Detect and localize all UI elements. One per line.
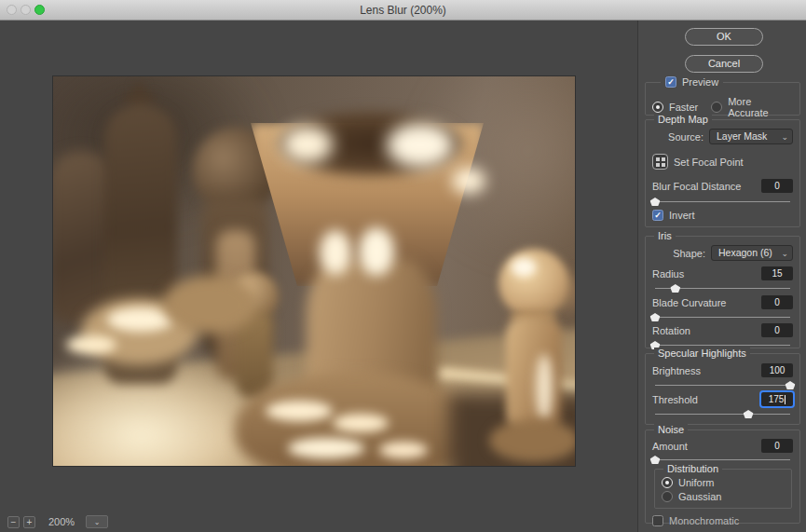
- distribution-title: Distribution: [663, 463, 722, 474]
- zoom-out-button[interactable]: −: [7, 516, 20, 528]
- shape-rook-rim-highlight2: [387, 123, 454, 168]
- preview-group: ✓ Preview Faster More Accurate: [645, 82, 800, 116]
- chevron-down-icon: ⌄: [781, 247, 788, 261]
- blur-focal-distance-slider[interactable]: [655, 198, 790, 206]
- blade-curvature-row: Blade Curvature 0: [652, 295, 793, 309]
- lens-blur-dialog: Lens Blur (200%): [0, 0, 806, 532]
- specular-highlights-group: Specular Highlights Brightness 100 Thres…: [645, 353, 800, 425]
- amount-label: Amount: [652, 441, 688, 452]
- preview-image[interactable]: [53, 76, 575, 466]
- set-focal-point-button[interactable]: Set Focal Point: [652, 154, 793, 170]
- noise-group: Noise Amount 0 Distribution Uniform: [645, 430, 800, 524]
- zoom-in-button[interactable]: +: [23, 516, 35, 528]
- depth-map-title: Depth Map: [654, 114, 712, 125]
- radius-slider[interactable]: [655, 284, 790, 293]
- rotation-label: Rotation: [652, 325, 690, 336]
- radius-label: Radius: [652, 268, 684, 280]
- amount-row: Amount 0: [652, 439, 793, 453]
- zoom-level: 200%: [48, 516, 75, 527]
- source-row: Source: Layer Mask ⌄: [652, 129, 793, 144]
- shape-select[interactable]: Hexagon (6) ⌄: [711, 245, 793, 261]
- shape-stem-highlight1: [320, 230, 351, 275]
- slider-thumb[interactable]: [650, 456, 661, 464]
- zoom-controls: − + 200% ⌄: [7, 515, 108, 528]
- shape-piece-base-left2: [163, 276, 256, 334]
- preview-label: Preview: [682, 76, 718, 88]
- shape-right-pawn-specular: [512, 258, 536, 277]
- slider-thumb[interactable]: [744, 410, 754, 418]
- monochromatic-row: ✓ Monochromatic: [652, 515, 793, 526]
- shape-right-pawn-head: [499, 249, 569, 318]
- threshold-label: Threshold: [652, 394, 698, 405]
- depth-map-group: Depth Map Source: Layer Mask ⌄ Set Focal…: [645, 119, 800, 227]
- gaussian-radio[interactable]: [662, 491, 673, 502]
- slider-thumb[interactable]: [650, 313, 661, 321]
- uniform-radio[interactable]: [662, 477, 673, 488]
- more-accurate-radio[interactable]: [711, 102, 722, 113]
- uniform-row: Uniform: [662, 477, 785, 488]
- noise-title: Noise: [654, 424, 688, 435]
- brightness-slider[interactable]: [655, 381, 790, 389]
- shape-base-streak1: [266, 401, 333, 421]
- blur-focal-distance-value[interactable]: 0: [761, 179, 793, 193]
- shape-stem-highlight2: [359, 227, 394, 276]
- invert-row: ✓ Invert: [652, 210, 793, 221]
- gaussian-label: Gaussian: [678, 491, 721, 502]
- slider-thumb[interactable]: [650, 198, 661, 206]
- radio-dot-icon: [665, 481, 669, 484]
- brightness-value[interactable]: 100: [761, 363, 793, 377]
- brightness-label: Brightness: [652, 365, 701, 376]
- blade-curvature-slider[interactable]: [655, 313, 790, 321]
- slider-track: [655, 345, 790, 346]
- source-select[interactable]: Layer Mask ⌄: [709, 129, 793, 144]
- checkmark-icon: ✓: [654, 211, 662, 220]
- blade-curvature-value[interactable]: 0: [761, 295, 793, 309]
- blur-focal-distance-label: Blur Focal Distance: [652, 181, 741, 192]
- source-label: Source:: [668, 131, 704, 143]
- monochromatic-checkbox[interactable]: ✓: [652, 515, 663, 526]
- cancel-button[interactable]: Cancel: [685, 55, 763, 73]
- shape-right-pawn-highlight: [536, 354, 553, 421]
- shape-rook-rim-highlight1: [281, 126, 333, 163]
- shape-base-streak4: [379, 442, 428, 458]
- shape-value: Hexagon (6): [718, 247, 772, 258]
- iris-title: Iris: [654, 230, 676, 241]
- radius-value[interactable]: 15: [761, 266, 793, 280]
- ok-button[interactable]: OK: [685, 28, 763, 46]
- invert-checkbox[interactable]: ✓: [652, 210, 663, 221]
- more-accurate-label: More Accurate: [728, 96, 793, 118]
- shape-label: Shape:: [673, 248, 705, 259]
- faster-radio[interactable]: [652, 102, 663, 113]
- radius-row: Radius 15: [652, 266, 793, 280]
- threshold-value[interactable]: 175: [761, 392, 793, 406]
- checkmark-icon: ✓: [667, 78, 675, 87]
- iris-group: Iris Shape: Hexagon (6) ⌄ Radius 15: [645, 236, 800, 348]
- invert-label: Invert: [669, 210, 695, 221]
- slider-track: [655, 459, 790, 460]
- threshold-slider[interactable]: [655, 410, 790, 418]
- set-focal-point-label: Set Focal Point: [674, 157, 744, 168]
- rotation-value[interactable]: 0: [761, 323, 793, 337]
- window-title: Lens Blur (200%): [0, 4, 806, 17]
- slider-track: [655, 317, 790, 318]
- radio-dot-icon: [656, 105, 660, 109]
- preview-legend: ✓ Preview: [661, 76, 723, 88]
- distribution-group: Distribution Uniform Gaussian: [654, 469, 792, 509]
- chevron-down-icon: ⌄: [781, 130, 788, 144]
- slider-track: [655, 385, 790, 386]
- shape-base-streak2: [333, 414, 389, 432]
- gaussian-row: Gaussian: [662, 491, 785, 502]
- dialog-body: − + 200% ⌄ OK Cancel ✓ Preview Faster: [0, 20, 806, 532]
- zoom-level-dropdown[interactable]: ⌄: [86, 515, 108, 528]
- slider-thumb[interactable]: [786, 381, 796, 389]
- amount-value[interactable]: 0: [761, 439, 793, 453]
- shape-king-cross-bar: [124, 93, 155, 103]
- preview-checkbox[interactable]: ✓: [665, 76, 676, 88]
- text-cursor: [785, 395, 786, 404]
- rotation-row: Rotation 0: [652, 323, 793, 337]
- source-value: Layer Mask: [717, 130, 767, 142]
- shape-row: Shape: Hexagon (6) ⌄: [652, 245, 793, 261]
- slider-thumb[interactable]: [670, 284, 680, 293]
- shape-right-pawn-base: [489, 419, 575, 462]
- shape-base-highlight2: [66, 335, 116, 354]
